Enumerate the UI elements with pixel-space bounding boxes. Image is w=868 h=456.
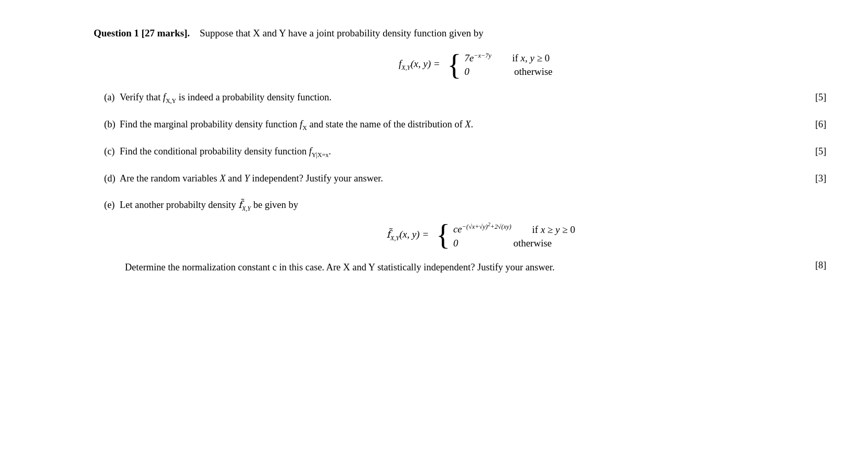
part-b-marks: [6] (795, 117, 826, 132)
part-b: (b) Find the marginal probability densit… (104, 117, 826, 133)
part-d-label: (d) (104, 171, 120, 186)
part-c-text: Find the conditional probability density… (120, 144, 795, 160)
part-a: (a) Verify that fX,Y is indeed a probabi… (104, 90, 826, 106)
question-header: Question 1 [27 marks]. Suppose that X an… (94, 26, 826, 41)
cases-brace-2: { (436, 220, 450, 250)
part-d-text: Are the random variables X and Y indepen… (120, 171, 795, 186)
part-d-marks: [3] (795, 171, 826, 186)
part-a-marks: [5] (795, 90, 826, 105)
cases-rows-2: ce−(√x+√y)2+2√(xy) if x ≥ y ≥ 0 0 otherw… (453, 222, 575, 249)
parts-container: (a) Verify that fX,Y is indeed a probabi… (94, 90, 826, 214)
question-number: Question 1 [27 marks]. (94, 28, 190, 38)
case-row-2: 0 otherwise (464, 66, 552, 77)
part-c: (c) Find the conditional probability den… (104, 144, 826, 160)
cases-brace: { (448, 50, 462, 80)
part-d: (d) Are the random variables X and Y ind… (104, 171, 826, 186)
question-intro: Suppose that X and Y have a joint probab… (200, 28, 483, 38)
case2-row-2: 0 otherwise (453, 238, 575, 249)
pdf1-lhs: fX,Y(x, y) = (399, 58, 440, 72)
formula-pdf1: fX,Y(x, y) = { 7e−x−7y if x, y ≥ 0 0 oth… (125, 50, 826, 80)
part-e-marks: [8] (795, 260, 826, 271)
page: Question 1 [27 marks]. Suppose that X an… (0, 0, 868, 456)
part-e-followup-text: Determine the normalization constant c i… (125, 260, 795, 275)
part-e-followup-container: Determine the normalization constant c i… (94, 260, 826, 275)
part-a-text: Verify that fX,Y is indeed a probability… (120, 90, 795, 106)
case2-row-1: ce−(√x+√y)2+2√(xy) if x ≥ y ≥ 0 (453, 222, 575, 235)
part-b-text: Find the marginal probability density fu… (120, 117, 795, 133)
pdf2-lhs: f̃ X,Y(x, y) = (387, 228, 429, 242)
part-e-intro: (e) Let another probabilty density f̃X,Y… (104, 198, 826, 213)
case2-expr: 0 (464, 66, 469, 77)
part-c-label: (c) (104, 144, 120, 159)
case2-cond: otherwise (514, 66, 553, 77)
part-a-label: (a) (104, 90, 120, 105)
case2-1-expr: ce−(√x+√y)2+2√(xy) (453, 222, 512, 235)
part-b-label: (b) (104, 117, 120, 132)
part-e-label: (e) (104, 198, 120, 213)
part-c-marks: [5] (795, 144, 826, 159)
case-row-1: 7e−x−7y if x, y ≥ 0 (464, 52, 552, 64)
part-e-text: Let another probabilty density f̃X,Y be … (120, 198, 795, 213)
case1-expr: 7e−x−7y (464, 52, 491, 64)
case2-2-cond: otherwise (513, 238, 552, 249)
formula-pdf2: f̃ X,Y(x, y) = { ce−(√x+√y)2+2√(xy) if x… (135, 220, 826, 250)
case2-2-expr: 0 (453, 238, 458, 249)
case1-cond: if x, y ≥ 0 (512, 53, 550, 64)
cases-rows: 7e−x−7y if x, y ≥ 0 0 otherwise (464, 52, 552, 77)
case2-1-cond: if x ≥ y ≥ 0 (532, 224, 576, 236)
